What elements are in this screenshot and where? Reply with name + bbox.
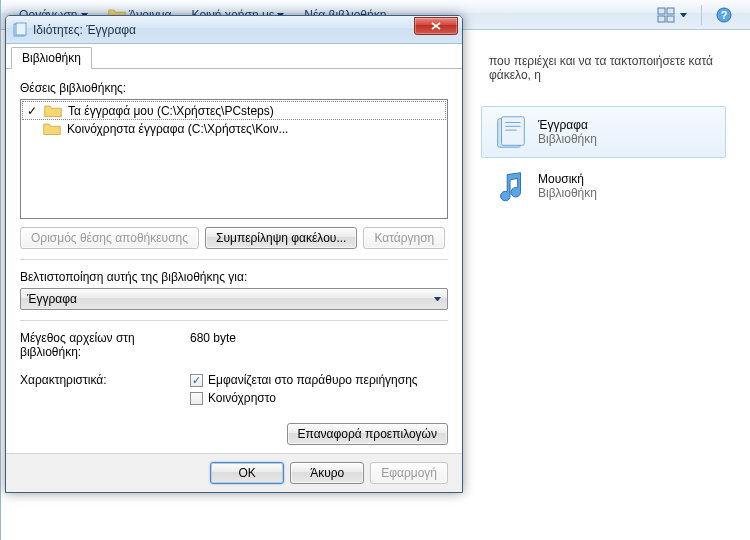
optimize-select[interactable]: Έγγραφα — [20, 288, 448, 310]
properties-dialog: Ιδιότητες: Έγγραφα Βιβλιοθήκη Θέσεις βιβ… — [5, 15, 463, 493]
list-item-text: Τα έγγραφά μου (C:\Χρήστες\PCsteps) — [68, 104, 274, 118]
show-in-nav-checkbox[interactable] — [190, 374, 203, 387]
include-folder-button[interactable]: Συμπερίληψη φακέλου... — [205, 227, 357, 249]
size-label: Μέγεθος αρχείων στη βιβλιοθήκη: — [20, 331, 170, 359]
music-library-icon — [492, 167, 530, 205]
library-item-music[interactable]: Μουσική Βιβλιοθήκη — [481, 160, 726, 212]
svg-rect-1 — [667, 8, 674, 14]
folder-icon — [44, 103, 62, 118]
folder-icon — [43, 121, 61, 136]
shared-checkbox[interactable] — [190, 392, 203, 405]
checkmark-icon: ✓ — [26, 104, 38, 118]
svg-rect-7 — [502, 117, 525, 146]
ok-button[interactable]: OK — [210, 462, 284, 484]
library-subtitle: Βιβλιοθήκη — [538, 186, 597, 200]
view-options-button[interactable] — [647, 5, 697, 25]
help-icon: ? — [716, 7, 732, 23]
library-subtitle: Βιβλιοθήκη — [538, 132, 597, 146]
remove-button: Κατάργηση — [363, 227, 445, 249]
close-icon — [431, 22, 441, 30]
svg-rect-0 — [658, 8, 665, 14]
list-item-text: Κοινόχρηστα έγγραφα (C:\Χρήστες\Κοιν... — [67, 122, 288, 136]
svg-rect-3 — [667, 16, 674, 22]
optimize-value: Έγγραφα — [27, 292, 77, 306]
dialog-title: Ιδιότητες: Έγγραφα — [33, 23, 414, 37]
help-button[interactable]: ? — [706, 5, 742, 25]
attributes-label: Χαρακτηριστικά: — [20, 373, 170, 409]
set-save-location-button: Ορισμός θέσης αποθήκευσης — [20, 227, 199, 249]
views-icon — [657, 7, 677, 23]
chevron-down-icon — [680, 13, 687, 17]
apply-button: Εφαρμογή — [370, 462, 448, 484]
svg-rect-2 — [658, 16, 665, 22]
list-item[interactable]: Κοινόχρηστα έγγραφα (C:\Χρήστες\Κοιν... — [22, 120, 446, 137]
dialog-body: Θέσεις βιβλιοθήκης: ✓ Τα έγγραφά μου (C:… — [6, 69, 462, 453]
optimize-label: Βελτιστοποίηση αυτής της βιβλιοθήκης για… — [20, 270, 448, 284]
library-item-documents[interactable]: Έγγραφα Βιβλιοθήκη — [481, 106, 726, 158]
library-title: Μουσική — [538, 172, 597, 186]
close-button[interactable] — [414, 17, 458, 35]
show-in-nav-label: Εμφανίζεται στο παράθυρο περιήγησης — [208, 373, 418, 387]
explorer-hint-text: που περιέχει και να τα τακτοποιήσετε κατ… — [481, 42, 738, 106]
svg-text:?: ? — [721, 9, 728, 21]
dialog-footer: OK Άκυρο Εφαρμογή — [6, 453, 462, 492]
locations-listbox[interactable]: ✓ Τα έγγραφά μου (C:\Χρήστες\PCsteps) Κο… — [20, 99, 448, 219]
chevron-down-icon — [434, 297, 441, 301]
tab-strip: Βιβλιοθήκη — [6, 44, 462, 69]
size-value: 680 byte — [190, 331, 236, 359]
restore-defaults-button[interactable]: Επαναφορά προεπιλογών — [287, 423, 448, 445]
cancel-button[interactable]: Άκυρο — [290, 462, 364, 484]
library-title: Έγγραφα — [538, 118, 597, 132]
tab-library[interactable]: Βιβλιοθήκη — [11, 47, 92, 69]
library-icon — [12, 22, 28, 38]
shared-label: Κοινόχρηστο — [208, 391, 276, 405]
documents-library-icon — [492, 113, 530, 151]
svg-rect-12 — [16, 23, 26, 35]
list-item[interactable]: ✓ Τα έγγραφά μου (C:\Χρήστες\PCsteps) — [22, 101, 446, 120]
titlebar[interactable]: Ιδιότητες: Έγγραφα — [6, 16, 462, 44]
locations-label: Θέσεις βιβλιοθήκης: — [20, 81, 448, 95]
